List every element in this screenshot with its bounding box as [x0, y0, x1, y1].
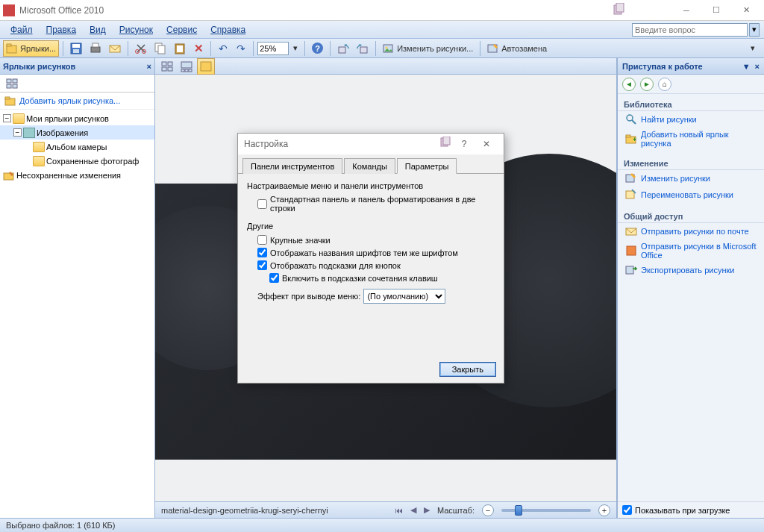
check-tooltips[interactable]: [257, 260, 267, 270]
svg-rect-35: [189, 69, 192, 72]
nav-back-button[interactable]: ◄: [622, 78, 636, 91]
tab-options[interactable]: Параметры: [397, 158, 457, 174]
menu-effect-select[interactable]: (По умолчанию): [363, 289, 445, 304]
close-button[interactable]: ✕: [731, 2, 761, 19]
zoom-dropdown[interactable]: ▾: [290, 40, 301, 57]
menu-edit[interactable]: Правка: [40, 23, 83, 37]
svg-rect-16: [339, 47, 345, 53]
check-font-names[interactable]: [257, 248, 267, 257]
folder-icon: [13, 113, 25, 124]
thumbnails-view-button[interactable]: [3, 75, 21, 92]
dialog-close-action-button[interactable]: Закрыть: [439, 362, 496, 377]
check-shortcuts-row[interactable]: Включить в подсказки сочетания клавиш: [247, 272, 495, 284]
shortcuts-pane-close[interactable]: ×: [147, 62, 151, 71]
toolbar-overflow[interactable]: ▾: [745, 40, 761, 57]
svg-rect-45: [627, 246, 636, 255]
tree-toggle[interactable]: −: [13, 128, 22, 137]
check-large-icons-row[interactable]: Крупные значки: [247, 234, 495, 246]
menu-view[interactable]: Вид: [84, 23, 112, 37]
link-add-shortcut[interactable]: + Добавить новый ярлык рисунка: [618, 128, 764, 150]
copy-button[interactable]: [151, 40, 169, 57]
redo-button[interactable]: ↷: [233, 40, 249, 57]
task-pane-dropdown[interactable]: ▼: [742, 62, 751, 71]
task-pane-header: Приступая к работе ▼ ×: [618, 58, 764, 75]
folder-icon: [33, 156, 45, 166]
zoom-out-button[interactable]: −: [482, 504, 494, 516]
link-rename-pictures[interactable]: Переименовать рисунки: [618, 187, 764, 203]
svg-rect-48: [443, 137, 450, 145]
tree-images[interactable]: − Изображения: [0, 125, 154, 140]
link-send-office[interactable]: Отправить рисунки в Microsoft Office: [618, 240, 764, 262]
dialog-close-button[interactable]: ✕: [475, 137, 498, 151]
main-toolbar: Ярлыки... ✕ ↶ ↷ ▾ ? Изменить рисунки... …: [0, 39, 764, 58]
delete-button[interactable]: ✕: [190, 40, 207, 57]
check-standard[interactable]: [257, 199, 267, 209]
dialog-body: Настраиваемые меню и панели инструментов…: [238, 174, 504, 356]
svg-rect-28: [162, 62, 166, 66]
menu-file[interactable]: Файл: [4, 23, 39, 37]
cut-button[interactable]: [132, 40, 150, 57]
tree-camera-album[interactable]: Альбом камеры: [0, 140, 154, 154]
minimize-button[interactable]: ─: [671, 2, 701, 19]
dialog-titlebar[interactable]: Настройка ? ✕: [238, 134, 504, 154]
email-button[interactable]: [106, 40, 124, 57]
maximize-button[interactable]: ☐: [701, 2, 731, 19]
zoom-slider-thumb[interactable]: [515, 505, 522, 516]
menu-picture[interactable]: Рисунок: [113, 23, 159, 37]
autocorrect-button[interactable]: Автозамена: [484, 40, 550, 57]
check-standard-row[interactable]: Стандартная панель и панель форматирован…: [247, 193, 495, 214]
zoom-in-button[interactable]: +: [598, 504, 610, 516]
menu-help[interactable]: Справка: [204, 23, 251, 37]
autocorrect-icon: [487, 43, 499, 54]
tab-toolbars[interactable]: Панели инструментов: [242, 158, 342, 174]
tab-commands[interactable]: Команды: [344, 158, 395, 174]
print-button[interactable]: [87, 40, 104, 57]
thumbnail-view-button[interactable]: [158, 58, 176, 75]
nav-home-button[interactable]: ⌂: [658, 78, 671, 91]
shortcuts-pane-header: Ярлыки рисунков ×: [0, 58, 154, 75]
rotate-right-button[interactable]: [354, 40, 372, 57]
rotate-left-button[interactable]: [334, 40, 352, 57]
check-large-icons[interactable]: [257, 235, 267, 245]
link-find-pictures[interactable]: Найти рисунки: [618, 111, 764, 128]
nav-first-button[interactable]: ⏮: [395, 506, 403, 515]
tree-unsaved[interactable]: Несохраненные изменения: [0, 168, 154, 182]
zoom-input[interactable]: [257, 42, 289, 55]
single-view-button[interactable]: [197, 58, 215, 75]
link-export[interactable]: Экспортировать рисунки: [618, 262, 764, 278]
edit-icon: [625, 172, 637, 184]
tree-toggle[interactable]: −: [3, 114, 11, 122]
link-edit-pictures[interactable]: Изменить рисунки: [618, 170, 764, 187]
check-font-names-row[interactable]: Отображать названия шрифтов тем же шрифт…: [247, 246, 495, 259]
link-send-email[interactable]: Отправить рисунки по почте: [618, 223, 764, 240]
help-search-input[interactable]: [632, 23, 748, 37]
dialog-help-button[interactable]: ?: [453, 137, 475, 151]
filmstrip-view-button[interactable]: [178, 58, 195, 75]
zoom-slider[interactable]: [501, 509, 591, 512]
task-pane-close[interactable]: ×: [755, 62, 760, 71]
tree-saved-photos[interactable]: Сохраненные фотограф: [0, 154, 154, 168]
check-tooltips-row[interactable]: Отображать подсказки для кнопок: [247, 259, 495, 272]
help-button[interactable]: ?: [309, 40, 326, 57]
tree-my-shortcuts[interactable]: − Мои ярлыки рисунков: [0, 111, 154, 125]
edit-pictures-button[interactable]: Изменить рисунки...: [380, 40, 476, 57]
menu-tools[interactable]: Сервис: [160, 23, 203, 37]
nav-next-button[interactable]: ▶: [424, 505, 430, 515]
customize-dialog: Настройка ? ✕ Панели инструментов Команд…: [237, 133, 504, 384]
shortcuts-toolbar: [0, 75, 154, 93]
section-library-title: Библиотека: [618, 97, 764, 111]
task-pane: Приступая к работе ▼ × ◄ ► ⌂ Библиотека …: [617, 58, 764, 518]
save-button[interactable]: [67, 40, 85, 57]
paste-button[interactable]: [171, 40, 189, 57]
help-search-dropdown[interactable]: ▾: [749, 23, 760, 37]
svg-rect-22: [13, 79, 17, 83]
add-shortcut-link[interactable]: Добавить ярлык рисунка...: [0, 93, 154, 110]
undo-button[interactable]: ↶: [215, 40, 231, 57]
nav-prev-button[interactable]: ◀: [410, 505, 416, 515]
nav-forward-button[interactable]: ►: [640, 78, 654, 91]
shortcuts-button[interactable]: Ярлыки...: [3, 40, 59, 57]
check-shortcuts[interactable]: [269, 273, 279, 283]
search-icon: [625, 113, 637, 125]
show-on-load-checkbox[interactable]: [622, 505, 632, 515]
svg-rect-5: [72, 44, 80, 48]
